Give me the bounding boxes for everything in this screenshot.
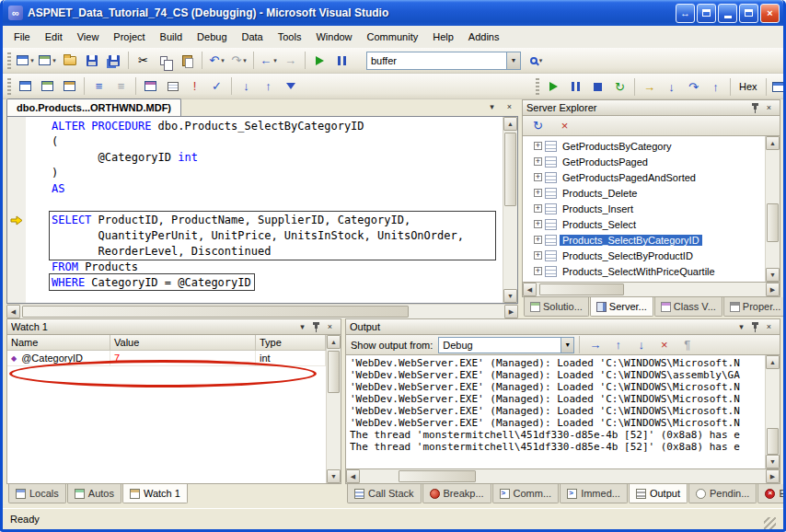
stop-refresh-button[interactable]: × (554, 116, 575, 136)
scroll-thumb[interactable] (767, 428, 779, 455)
redo-button[interactable]: ↷▾ (228, 51, 249, 71)
results-pane-button[interactable] (140, 76, 161, 97)
tree-item-products_selectwithpricequartile[interactable]: +Products_SelectWithPriceQuartile (523, 263, 765, 279)
output-lines[interactable]: 'WebDev.WebServer.EXE' (Managed): Loaded… (346, 355, 765, 468)
goto-previous-message-button[interactable]: ↑ (607, 335, 629, 355)
combobox-dropdown-button[interactable]: ▼ (506, 52, 520, 69)
menu-item-data[interactable]: Data (235, 28, 271, 46)
close-panel-button[interactable]: × (762, 320, 776, 333)
scroll-down-button[interactable]: ▼ (766, 268, 780, 282)
tree-item-products_delete[interactable]: +Products_Delete (523, 185, 765, 201)
find-options-button[interactable]: ▾ (526, 51, 547, 71)
show-diagram-pane-button[interactable] (15, 76, 36, 97)
refresh-button[interactable]: ↻ (527, 116, 549, 136)
maximize-button[interactable] (739, 4, 758, 23)
break-all-button[interactable] (331, 51, 353, 71)
server-explorer-titlebar[interactable]: Server Explorer × (522, 99, 780, 116)
output-source-combobox[interactable]: Debug ▼ (438, 337, 574, 353)
expand-icon[interactable]: + (534, 204, 542, 213)
scroll-up-button[interactable]: ▲ (327, 335, 341, 349)
find-combobox-value[interactable]: buffer (371, 55, 506, 66)
filter-button[interactable] (280, 76, 301, 97)
tab-class-view[interactable]: Class V... (654, 297, 722, 317)
debug-windows-button[interactable]: ▾ (770, 76, 786, 97)
break-all-button[interactable] (565, 76, 586, 97)
close-panel-button[interactable]: × (762, 101, 776, 114)
watch-column-name[interactable]: Name (7, 335, 110, 350)
tree-item-products_select[interactable]: +Products_Select (523, 216, 765, 232)
scroll-left-button[interactable]: ◀ (6, 305, 20, 318)
scroll-left-button[interactable]: ◀ (346, 469, 360, 483)
scroll-right-button[interactable]: ▶ (766, 283, 780, 296)
output-vertical-scrollbar[interactable]: ▲ ▼ (765, 355, 780, 468)
stop-debugging-button[interactable] (587, 76, 608, 97)
minimize-button[interactable] (718, 4, 737, 23)
scroll-up-button[interactable]: ▲ (766, 136, 780, 150)
scroll-right-button[interactable]: ▶ (766, 469, 780, 483)
menu-item-tools[interactable]: Tools (271, 28, 309, 46)
find-combobox[interactable]: buffer ▼ (366, 52, 521, 70)
auto-hide-button[interactable] (309, 320, 323, 333)
tool-tab-errorlist[interactable]: Error List (757, 484, 786, 503)
tree-item-products_update[interactable]: +Products_Update (523, 279, 765, 282)
clear-all-button[interactable]: × (653, 335, 675, 355)
expand-icon[interactable]: + (534, 251, 542, 260)
outdent-button[interactable]: ≡ (110, 76, 132, 97)
server-explorer-tree[interactable]: +GetProductsByCategory+GetProductsPaged+… (523, 136, 765, 282)
expand-icon[interactable]: + (534, 220, 542, 228)
scroll-down-button[interactable]: ▼ (327, 469, 341, 483)
toolbar-grip[interactable] (7, 78, 11, 95)
step-over-button[interactable]: ↷ (683, 76, 704, 97)
expand-icon[interactable]: + (534, 189, 542, 197)
output-titlebar[interactable]: Output ▾ × (345, 318, 780, 335)
combobox-dropdown-button[interactable]: ▼ (561, 338, 573, 353)
tree-item-getproductspaged[interactable]: +GetProductsPaged (523, 154, 765, 169)
scroll-thumb[interactable] (504, 133, 516, 206)
show-sql-pane-button[interactable] (59, 76, 80, 97)
paste-button[interactable] (177, 51, 198, 71)
add-item-button[interactable]: ▾ (37, 51, 58, 71)
window-float-button[interactable] (697, 4, 716, 23)
save-button[interactable] (81, 51, 102, 71)
close-button[interactable]: × (760, 4, 780, 23)
sort-descending-button[interactable]: ↑ (258, 76, 279, 97)
execute-sql-button[interactable]: ! (184, 76, 205, 97)
restart-button[interactable]: ↻ (609, 76, 630, 97)
show-criteria-pane-button[interactable] (37, 76, 58, 97)
watch-row[interactable]: ◆@CategoryID7int (7, 351, 326, 366)
navigate-backward-button[interactable]: ←▾ (258, 51, 279, 71)
indent-button[interactable]: ≡ (88, 76, 110, 97)
menu-item-community[interactable]: Community (360, 28, 426, 46)
scroll-thumb[interactable] (767, 203, 779, 242)
watch-column-type[interactable]: Type (256, 335, 326, 350)
editor-vertical-scrollbar[interactable]: ▲ ▼ (503, 117, 517, 303)
expand-icon[interactable]: + (534, 267, 542, 275)
window-dock-button[interactable]: ↔ (676, 4, 695, 23)
goto-next-message-button[interactable]: ↓ (630, 335, 652, 355)
menu-item-debug[interactable]: Debug (190, 28, 234, 46)
toolbar-grip[interactable] (7, 52, 11, 69)
menu-item-addins[interactable]: Addins (461, 28, 507, 46)
tree-item-products_selectbycategoryid[interactable]: +Products_SelectByCategoryID (523, 232, 765, 248)
goto-message-button[interactable]: → (584, 335, 606, 355)
scroll-up-button[interactable]: ▲ (503, 117, 517, 131)
menu-item-edit[interactable]: Edit (38, 28, 70, 46)
menu-item-file[interactable]: File (6, 28, 38, 46)
editor-horizontal-scrollbar[interactable]: ◀ ▶ (6, 304, 518, 318)
tab-properties[interactable]: Proper... (723, 297, 786, 317)
sort-ascending-button[interactable]: ↓ (236, 76, 257, 97)
scroll-up-button[interactable]: ▲ (766, 355, 780, 369)
code-editor[interactable]: ALTER PROCEDURE dbo.Products_SelectByCat… (26, 117, 503, 303)
undo-button[interactable]: ↶▾ (206, 51, 227, 71)
title-bar[interactable]: ∞ ASPNET_Data_Tutorial_74_CS (Debugging)… (3, 0, 783, 26)
tool-tab-locals[interactable]: Locals (8, 484, 66, 503)
verify-sql-button[interactable]: ✓ (206, 76, 227, 97)
scroll-thumb[interactable] (539, 283, 624, 295)
scroll-left-button[interactable]: ◀ (523, 283, 537, 296)
menu-item-view[interactable]: View (70, 28, 107, 46)
tool-tab-breakpoints[interactable]: Breakp... (422, 484, 491, 503)
watch-vertical-scrollbar[interactable]: ▲ ▼ (326, 335, 341, 483)
menu-item-help[interactable]: Help (425, 28, 461, 46)
step-out-button[interactable]: ↑ (705, 76, 726, 97)
tree-horizontal-scrollbar[interactable]: ◀ ▶ (522, 283, 780, 297)
